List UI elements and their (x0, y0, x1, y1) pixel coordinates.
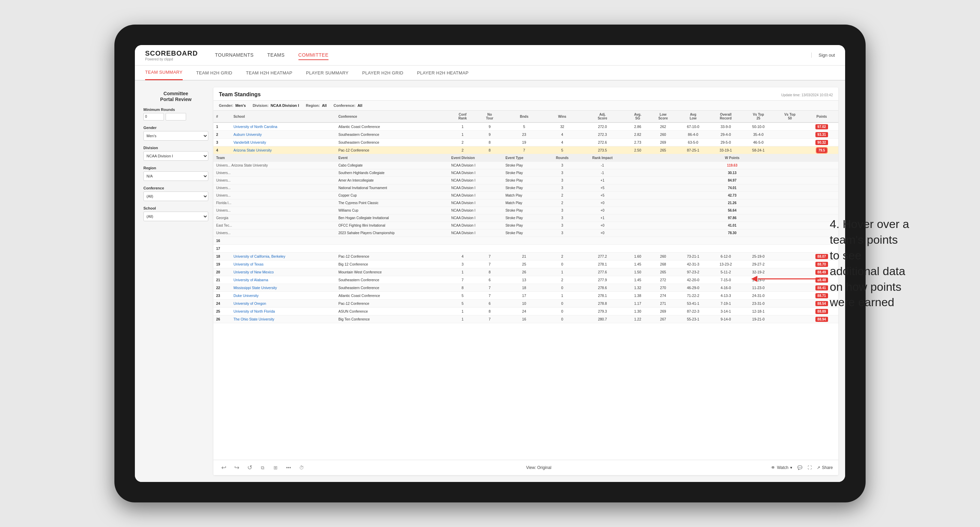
table-row: 19 University of Texas Big 12 Conference… (213, 260, 838, 268)
reset-button[interactable]: ↺ (245, 463, 255, 472)
sub-navigation: TEAM SUMMARY TEAM H2H GRID TEAM H2H HEAT… (135, 65, 845, 81)
subnav-team-h2h-heatmap[interactable]: TEAM H2H HEATMAP (246, 65, 292, 80)
table-row: 23 Duke University Atlantic Coast Confer… (213, 292, 838, 300)
filter-select-region[interactable]: N/A East West (143, 171, 208, 181)
subnav-team-summary[interactable]: TEAM SUMMARY (145, 65, 183, 80)
region-filter-chip: Region: All (306, 103, 327, 108)
cell-points[interactable]: 97.02 (805, 122, 838, 131)
col-wins: Wins (546, 111, 579, 122)
table-row: 25 University of North Florida ASUN Conf… (213, 308, 838, 315)
cell-points[interactable]: 93.31 (805, 131, 838, 138)
col-conf-rank: ConfRank (449, 111, 477, 122)
filter-select-division[interactable]: NCAA Division I NCAA Division II NCAA Di… (143, 151, 208, 161)
filter-select-school[interactable]: (All) (143, 212, 208, 221)
cell-school[interactable]: Auburn University (231, 131, 336, 138)
cell-points[interactable]: 90.32 (805, 138, 838, 146)
filter-conference: Conference (All) ACC Big Ten (142, 186, 210, 201)
cell-conference: Atlantic Coast Conference (336, 122, 449, 131)
filter-label-division: Division (143, 146, 208, 150)
content-panel: Team Standings Update time: 13/03/2024 1… (213, 87, 838, 475)
bottom-toolbar: ↩ ↪ ↺ ⧉ ⊞ ••• ⏱ View: Original 👁 (213, 460, 838, 475)
subnav-player-h2h-heatmap[interactable]: PLAYER H2H HEATMAP (417, 65, 468, 80)
table-row: 2 Auburn University Southeastern Confere… (213, 131, 838, 138)
cell-points-active[interactable]: 79.5 (805, 146, 838, 154)
filter-gender: Gender Men's Women's (142, 125, 210, 141)
sub-table-row: East Tec... OFCC Fighting Illini Invitat… (213, 222, 838, 229)
table-row: 24 University of Oregon Pac-12 Conferenc… (213, 300, 838, 308)
update-time-area: Update time: 13/03/2024 10:03:42 (781, 92, 833, 98)
filter-rounds-max[interactable] (165, 113, 186, 121)
sub-table-row: Univers... Amer An Intercollegiate NCAA … (213, 177, 838, 184)
col-vs-top25: Vs Top25 (742, 111, 775, 122)
table-row: 21 University of Alabama Southeastern Co… (213, 276, 838, 284)
table-row: 20 University of New Mexico Mountain Wes… (213, 268, 838, 276)
col-vs-top50: Vs Top50 (775, 111, 805, 122)
sign-out-link[interactable]: Sign out (811, 52, 835, 58)
main-content: Committee Portal Review Minimum Rounds G… (135, 81, 845, 482)
arrow-svg (751, 274, 819, 284)
toolbar-right-actions: 👁 Watch ▾ 💬 ⛶ ↗ Share (771, 465, 833, 470)
filters-row: Gender: Men's Division: NCAA Division I … (213, 101, 838, 111)
sub-table-row: Univers... Arizona State University Cabo… (213, 162, 838, 169)
side-annotation: 4. Hover over a team's points to see add… (830, 216, 959, 310)
table-row: 18 University of California, Berkeley Pa… (213, 252, 838, 260)
filter-label-gender: Gender (143, 125, 208, 130)
filter-label-school: School (143, 206, 208, 210)
view-original-button[interactable]: View: Original (526, 465, 552, 470)
sub-table-row: Univers... Copper Cup NCAA Division I Ma… (213, 192, 838, 199)
watch-button[interactable]: 👁 Watch ▾ (771, 465, 792, 470)
subnav-player-h2h-grid[interactable]: PLAYER H2H GRID (362, 65, 404, 80)
cell-conf-rank: 1 (449, 122, 477, 131)
col-low-score: LowScore (649, 111, 677, 122)
table-row: 17 (213, 245, 838, 252)
cell-top25: 50-10-0 (742, 122, 775, 131)
redo-button[interactable]: ↪ (232, 463, 242, 472)
col-conference: Conference (336, 111, 449, 122)
filter-region: Region N/A East West (142, 166, 210, 181)
watch-dropdown-icon[interactable]: ▾ (790, 465, 792, 470)
undo-button[interactable]: ↩ (219, 463, 228, 472)
eye-icon: 👁 (771, 465, 775, 470)
tablet-screen: SCOREBOARD Powered by clippd TOURNAMENTS… (135, 45, 845, 482)
share-button[interactable]: ↗ Share (817, 465, 833, 470)
svg-marker-1 (751, 276, 757, 282)
fullscreen-button[interactable]: ⛶ (808, 465, 812, 470)
nav-teams[interactable]: TEAMS (267, 51, 285, 60)
more-button[interactable]: ••• (284, 463, 293, 472)
filter-select-conference[interactable]: (All) ACC Big Ten (143, 192, 208, 201)
top-navigation: SCOREBOARD Powered by clippd TOURNAMENTS… (135, 45, 845, 65)
col-overall: OverallRecord (710, 111, 742, 122)
col-school: School (231, 111, 336, 122)
filter-division: Division NCAA Division I NCAA Division I… (142, 146, 210, 161)
table-row: 22 Mississippi State University Southeas… (213, 284, 838, 292)
sub-table-row: Univers... 2023 Sahalee Players Champion… (213, 229, 838, 237)
col-rank: # (213, 111, 231, 122)
col-adj-score: Adj.Score (579, 111, 626, 122)
sub-table-row: Univers... Williams Cup NCAA Division I … (213, 207, 838, 214)
sub-table-row: Univers... National Invitational Tournam… (213, 184, 838, 192)
subnav-player-summary[interactable]: PLAYER SUMMARY (306, 65, 348, 80)
feedback-button[interactable]: 💬 (797, 465, 802, 470)
filter-rounds-min[interactable] (143, 113, 164, 121)
copy-button[interactable]: ⧉ (258, 463, 267, 472)
table-header-row: # School Conference ConfRank NoTour Bnds… (213, 111, 838, 122)
subnav-team-h2h-grid[interactable]: TEAM H2H GRID (196, 65, 232, 80)
col-avg-low: AvgLow (677, 111, 710, 122)
table-row: 26 The Ohio State University Big Ten Con… (213, 315, 838, 323)
filter-range-rounds (143, 113, 208, 121)
nav-tournaments[interactable]: TOURNAMENTS (215, 51, 253, 60)
cell-top50 (775, 122, 805, 131)
cell-tours: 9 (477, 122, 503, 131)
toolbar-left-actions: ↩ ↪ ↺ ⧉ ⊞ ••• ⏱ (219, 463, 306, 472)
cell-school[interactable]: University of North Carolina (231, 122, 336, 131)
filter-select-gender[interactable]: Men's Women's (143, 131, 208, 141)
share-icon: ↗ (817, 465, 820, 470)
nav-committee[interactable]: COMMITTEE (298, 51, 329, 60)
grid-button[interactable]: ⊞ (271, 463, 280, 472)
cell-bnds: 5 (503, 122, 546, 131)
col-tours: NoTour (477, 111, 503, 122)
panel-header: Team Standings Update time: 13/03/2024 1… (213, 87, 838, 101)
logo-text: SCOREBOARD (145, 49, 198, 57)
col-points: Points (805, 111, 838, 122)
nav-items: TOURNAMENTS TEAMS COMMITTEE (215, 51, 811, 60)
